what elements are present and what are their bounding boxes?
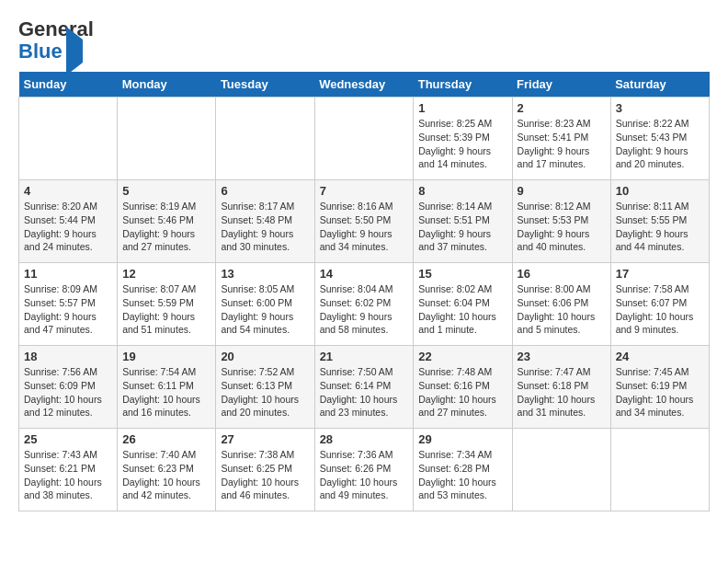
- day-info: Sunrise: 7:38 AM Sunset: 6:25 PM Dayligh…: [221, 448, 309, 502]
- page-header: General Blue: [18, 18, 710, 63]
- day-info: Sunrise: 7:45 AM Sunset: 6:19 PM Dayligh…: [616, 365, 704, 419]
- day-info: Sunrise: 7:48 AM Sunset: 6:16 PM Dayligh…: [418, 365, 506, 419]
- day-number: 16: [518, 267, 606, 281]
- day-number: 2: [518, 101, 606, 115]
- calendar-week-3: 11Sunrise: 8:09 AM Sunset: 5:57 PM Dayli…: [19, 263, 710, 346]
- day-number: 25: [24, 432, 112, 446]
- calendar-cell: [314, 98, 414, 180]
- day-info: Sunrise: 8:09 AM Sunset: 5:57 PM Dayligh…: [24, 282, 112, 337]
- day-number: 7: [320, 184, 409, 198]
- day-info: Sunrise: 8:20 AM Sunset: 5:44 PM Dayligh…: [24, 200, 112, 254]
- day-info: Sunrise: 8:00 AM Sunset: 6:06 PM Dayligh…: [518, 282, 606, 337]
- day-info: Sunrise: 8:23 AM Sunset: 5:41 PM Dayligh…: [518, 117, 606, 171]
- calendar-cell: 3Sunrise: 8:22 AM Sunset: 5:43 PM Daylig…: [610, 98, 709, 180]
- day-number: 21: [320, 350, 409, 363]
- day-info: Sunrise: 8:02 AM Sunset: 6:04 PM Dayligh…: [418, 282, 506, 337]
- calendar-week-1: 1Sunrise: 8:25 AM Sunset: 5:39 PM Daylig…: [19, 98, 710, 180]
- calendar-cell: 21Sunrise: 7:50 AM Sunset: 6:14 PM Dayli…: [314, 346, 414, 429]
- day-info: Sunrise: 8:04 AM Sunset: 6:02 PM Dayligh…: [320, 282, 409, 337]
- calendar-cell: 6Sunrise: 8:17 AM Sunset: 5:48 PM Daylig…: [216, 180, 314, 263]
- day-info: Sunrise: 8:22 AM Sunset: 5:43 PM Dayligh…: [616, 117, 704, 171]
- weekday-header-saturday: Saturday: [610, 72, 709, 98]
- calendar-cell: 27Sunrise: 7:38 AM Sunset: 6:25 PM Dayli…: [216, 429, 314, 511]
- calendar-cell: 10Sunrise: 8:11 AM Sunset: 5:55 PM Dayli…: [610, 180, 709, 263]
- day-info: Sunrise: 8:05 AM Sunset: 6:00 PM Dayligh…: [221, 282, 309, 337]
- calendar-cell: 19Sunrise: 7:54 AM Sunset: 6:11 PM Dayli…: [118, 346, 216, 429]
- calendar-cell: 7Sunrise: 8:16 AM Sunset: 5:50 PM Daylig…: [314, 180, 414, 263]
- calendar-cell: [610, 429, 709, 511]
- calendar-cell: 5Sunrise: 8:19 AM Sunset: 5:46 PM Daylig…: [118, 180, 216, 263]
- day-number: 18: [24, 350, 112, 363]
- calendar-week-2: 4Sunrise: 8:20 AM Sunset: 5:44 PM Daylig…: [19, 180, 710, 263]
- day-number: 4: [24, 184, 112, 198]
- calendar-cell: 8Sunrise: 8:14 AM Sunset: 5:51 PM Daylig…: [414, 180, 512, 263]
- calendar-cell: [216, 98, 314, 180]
- day-info: Sunrise: 8:16 AM Sunset: 5:50 PM Dayligh…: [320, 200, 409, 254]
- day-info: Sunrise: 8:14 AM Sunset: 5:51 PM Dayligh…: [418, 200, 506, 254]
- weekday-header-friday: Friday: [512, 72, 610, 98]
- calendar-cell: [19, 98, 118, 180]
- day-info: Sunrise: 8:12 AM Sunset: 5:53 PM Dayligh…: [518, 200, 606, 254]
- day-number: 14: [320, 267, 409, 281]
- calendar-cell: 28Sunrise: 7:36 AM Sunset: 6:26 PM Dayli…: [314, 429, 414, 511]
- day-info: Sunrise: 7:43 AM Sunset: 6:21 PM Dayligh…: [24, 448, 112, 502]
- day-number: 5: [122, 184, 210, 198]
- day-number: 29: [418, 432, 506, 446]
- day-info: Sunrise: 7:52 AM Sunset: 6:13 PM Dayligh…: [221, 365, 309, 419]
- logo-arrow-icon: [66, 27, 83, 75]
- day-info: Sunrise: 8:19 AM Sunset: 5:46 PM Dayligh…: [122, 200, 210, 254]
- calendar-cell: 18Sunrise: 7:56 AM Sunset: 6:09 PM Dayli…: [19, 346, 118, 429]
- calendar-week-5: 25Sunrise: 7:43 AM Sunset: 6:21 PM Dayli…: [19, 429, 710, 511]
- calendar-cell: 4Sunrise: 8:20 AM Sunset: 5:44 PM Daylig…: [19, 180, 118, 263]
- weekday-header-wednesday: Wednesday: [314, 72, 414, 98]
- weekday-header-monday: Monday: [118, 72, 216, 98]
- day-number: 13: [221, 267, 309, 281]
- day-info: Sunrise: 7:47 AM Sunset: 6:18 PM Dayligh…: [518, 365, 606, 419]
- day-number: 23: [518, 350, 606, 363]
- day-number: 12: [122, 267, 210, 281]
- day-number: 20: [221, 350, 309, 363]
- weekday-header-sunday: Sunday: [19, 72, 118, 98]
- calendar-cell: 26Sunrise: 7:40 AM Sunset: 6:23 PM Dayli…: [118, 429, 216, 511]
- day-info: Sunrise: 8:07 AM Sunset: 5:59 PM Dayligh…: [122, 282, 210, 337]
- calendar-cell: 23Sunrise: 7:47 AM Sunset: 6:18 PM Dayli…: [512, 346, 610, 429]
- day-number: 6: [221, 184, 309, 198]
- day-info: Sunrise: 7:54 AM Sunset: 6:11 PM Dayligh…: [122, 365, 210, 419]
- calendar-cell: [118, 98, 216, 180]
- weekday-header-thursday: Thursday: [414, 72, 512, 98]
- day-info: Sunrise: 7:50 AM Sunset: 6:14 PM Dayligh…: [320, 365, 409, 419]
- weekday-header-tuesday: Tuesday: [216, 72, 314, 98]
- calendar-cell: 20Sunrise: 7:52 AM Sunset: 6:13 PM Dayli…: [216, 346, 314, 429]
- day-number: 10: [616, 184, 704, 198]
- day-info: Sunrise: 8:25 AM Sunset: 5:39 PM Dayligh…: [418, 117, 506, 171]
- day-number: 9: [518, 184, 606, 198]
- day-info: Sunrise: 7:40 AM Sunset: 6:23 PM Dayligh…: [122, 448, 210, 502]
- logo-blue: Blue: [18, 40, 63, 63]
- calendar-cell: 12Sunrise: 8:07 AM Sunset: 5:59 PM Dayli…: [118, 263, 216, 346]
- day-number: 22: [418, 350, 506, 363]
- day-number: 19: [122, 350, 210, 363]
- day-number: 1: [418, 101, 506, 115]
- day-number: 11: [24, 267, 112, 281]
- day-number: 27: [221, 432, 309, 446]
- day-number: 3: [616, 101, 704, 115]
- calendar-cell: 17Sunrise: 7:58 AM Sunset: 6:07 PM Dayli…: [610, 263, 709, 346]
- day-number: 17: [616, 267, 704, 281]
- day-info: Sunrise: 7:36 AM Sunset: 6:26 PM Dayligh…: [320, 448, 409, 502]
- day-info: Sunrise: 7:56 AM Sunset: 6:09 PM Dayligh…: [24, 365, 112, 419]
- calendar-cell: 2Sunrise: 8:23 AM Sunset: 5:41 PM Daylig…: [512, 98, 610, 180]
- calendar-table: SundayMondayTuesdayWednesdayThursdayFrid…: [18, 72, 710, 511]
- day-info: Sunrise: 8:17 AM Sunset: 5:48 PM Dayligh…: [221, 200, 309, 254]
- calendar-cell: 16Sunrise: 8:00 AM Sunset: 6:06 PM Dayli…: [512, 263, 610, 346]
- day-number: 28: [320, 432, 409, 446]
- calendar-cell: 14Sunrise: 8:04 AM Sunset: 6:02 PM Dayli…: [314, 263, 414, 346]
- calendar-cell: 29Sunrise: 7:34 AM Sunset: 6:28 PM Dayli…: [414, 429, 512, 511]
- logo: General Blue: [18, 18, 94, 63]
- day-number: 26: [122, 432, 210, 446]
- day-info: Sunrise: 8:11 AM Sunset: 5:55 PM Dayligh…: [616, 200, 704, 254]
- weekday-header-row: SundayMondayTuesdayWednesdayThursdayFrid…: [19, 72, 710, 98]
- calendar-cell: 22Sunrise: 7:48 AM Sunset: 6:16 PM Dayli…: [414, 346, 512, 429]
- calendar-cell: 13Sunrise: 8:05 AM Sunset: 6:00 PM Dayli…: [216, 263, 314, 346]
- calendar-cell: 25Sunrise: 7:43 AM Sunset: 6:21 PM Dayli…: [19, 429, 118, 511]
- day-info: Sunrise: 7:34 AM Sunset: 6:28 PM Dayligh…: [418, 448, 506, 502]
